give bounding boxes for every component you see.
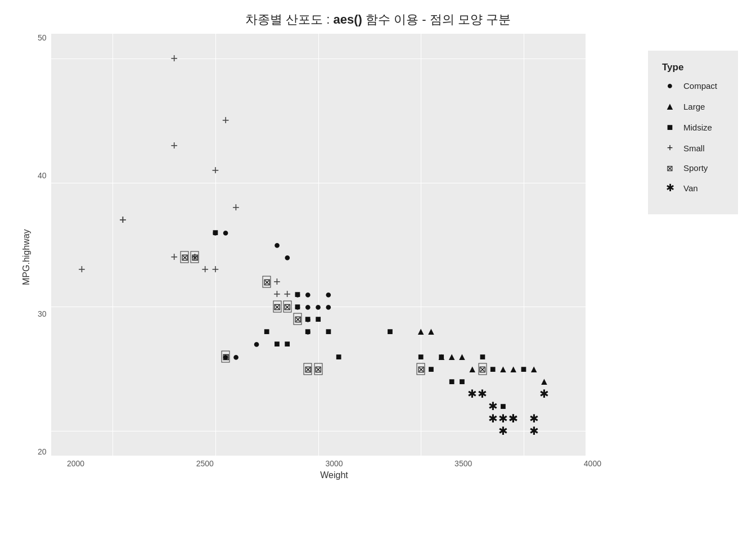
grid-line-v-3000 (318, 34, 319, 456)
data-point-39: ■ (315, 313, 321, 325)
grid-line-v-2500 (215, 34, 216, 456)
x-tick-4000: 4000 (584, 459, 601, 468)
data-point-3: + (119, 213, 127, 227)
data-point-46: ■ (449, 375, 455, 387)
x-tick-2000: 2000 (67, 459, 84, 468)
data-point-6: + (212, 163, 219, 178)
data-point-0: + (78, 262, 86, 277)
y-tick-40: 40 (38, 172, 47, 179)
compact-label: Compact (683, 81, 717, 91)
data-point-66: ⊠ (273, 301, 281, 313)
chart-main: 50 40 30 20 +++++++++++++++●●●●●●●●●●●●●… (38, 34, 626, 480)
plot-and-yaxis: 50 40 30 20 +++++++++++++++●●●●●●●●●●●●●… (38, 34, 626, 456)
van-symbol: ✱ (662, 182, 678, 194)
data-point-1: + (170, 138, 178, 153)
data-point-53: ▲ (426, 326, 436, 338)
data-point-43: ■ (418, 350, 424, 362)
y-axis-label: MPG.highway (18, 34, 35, 480)
data-point-59: ▲ (508, 363, 519, 375)
data-point-69: ⊠ (304, 363, 312, 375)
grid-line-v-4000 (524, 34, 524, 456)
data-point-37: ■ (305, 313, 311, 325)
data-point-76: ✱ (488, 412, 498, 425)
data-point-54: ▲ (436, 350, 447, 362)
data-point-36: ■ (295, 301, 301, 313)
data-point-49: ■ (490, 363, 496, 375)
x-tick-3500: 3500 (454, 459, 472, 468)
plot-area: +++++++++++++++●●●●●●●●●●●●●●●●■■■■■■■■■… (51, 34, 586, 456)
legend-item-midsize: ■ Midsize (662, 122, 724, 133)
large-symbol: ▲ (662, 101, 678, 112)
chart-title: 차종별 산포도 : aes() 함수 이용 - 점의 모양 구분 (245, 11, 511, 28)
y-tick-labels: 50 40 30 20 (38, 34, 51, 456)
data-point-25: ● (325, 288, 332, 301)
data-point-31: ■ (212, 226, 218, 238)
data-point-44: ■ (428, 363, 434, 375)
data-point-75: ✱ (488, 399, 498, 413)
data-point-83: ✱ (539, 387, 549, 400)
compact-symbol: ● (662, 80, 678, 92)
data-point-23: ● (315, 300, 322, 313)
data-point-78: ✱ (498, 424, 508, 438)
data-point-29: ● (232, 350, 239, 363)
data-point-64: ⊠ (222, 350, 230, 362)
data-point-65: ⊠ (263, 276, 271, 288)
data-point-21: ● (304, 288, 311, 301)
data-point-42: ■ (387, 326, 393, 338)
data-point-9: + (273, 274, 281, 289)
midsize-symbol: ■ (662, 122, 678, 133)
data-point-7: + (232, 200, 240, 215)
data-point-61: ▲ (539, 375, 550, 387)
data-point-81: ✱ (529, 424, 539, 438)
x-tick-3000: 3000 (325, 459, 343, 468)
data-point-63: ⊠ (191, 251, 199, 263)
x-axis-label: Weight (67, 470, 601, 480)
data-point-51: ■ (521, 363, 527, 375)
data-point-71: ⊠ (417, 363, 425, 375)
data-point-56: ▲ (457, 350, 467, 362)
data-point-18: ● (284, 251, 291, 264)
data-point-41: ■ (336, 350, 342, 362)
small-label: Small (683, 143, 705, 153)
data-point-62: ⊠ (181, 251, 189, 263)
grid-line-v-3500 (421, 34, 421, 456)
data-point-14: + (212, 262, 219, 277)
data-point-73: ✱ (467, 387, 477, 400)
data-point-35: ■ (295, 289, 301, 300)
small-symbol: + (662, 142, 678, 154)
data-point-52: ▲ (416, 326, 426, 338)
legend: Type ● Compact ▲ Large ■ Midsize + Small… (648, 51, 738, 214)
data-point-24: ● (325, 300, 332, 313)
y-tick-50: 50 (38, 34, 47, 42)
data-point-82: ✱ (529, 412, 539, 425)
data-point-11: + (170, 250, 178, 264)
legend-title: Type (662, 62, 724, 73)
legend-item-compact: ● Compact (662, 80, 724, 92)
data-point-4: + (170, 51, 178, 66)
chart-area: MPG.highway 50 40 30 20 +++++++++++++++●… (18, 34, 626, 480)
data-point-22: ● (304, 300, 311, 313)
data-point-28: ● (253, 338, 260, 350)
data-point-60: ▲ (529, 363, 539, 375)
data-point-58: ▲ (498, 363, 508, 375)
page-container: 차종별 산포도 : aes() 함수 이용 - 점의 모양 구분 MPG.hig… (0, 0, 756, 540)
legend-item-sporty: ⊠ Sporty (662, 163, 724, 173)
data-point-10: + (284, 287, 291, 302)
data-point-77: ✱ (498, 412, 508, 425)
data-point-48: ■ (479, 350, 485, 362)
data-point-38: ■ (305, 326, 311, 338)
data-point-68: ⊠ (294, 313, 302, 325)
data-point-57: ▲ (467, 363, 478, 375)
data-point-13: + (201, 262, 209, 277)
x-tick-2500: 2500 (196, 459, 214, 468)
sporty-label: Sporty (683, 163, 708, 173)
data-point-80: ✱ (508, 412, 518, 425)
data-point-32: ■ (264, 326, 270, 338)
y-tick-30: 30 (38, 310, 47, 318)
data-point-5: + (222, 113, 230, 128)
data-point-70: ⊠ (314, 363, 322, 375)
legend-item-large: ▲ Large (662, 101, 724, 112)
data-point-16: ● (222, 226, 229, 238)
grid-line-v-2000 (112, 34, 113, 456)
data-point-40: ■ (325, 326, 331, 338)
